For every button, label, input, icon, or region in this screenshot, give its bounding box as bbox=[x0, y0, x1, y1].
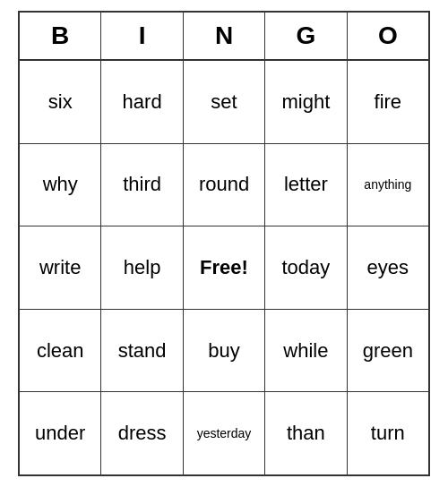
bingo-cell-4-1: dress bbox=[101, 392, 183, 474]
bingo-cell-2-1: help bbox=[101, 226, 183, 309]
bingo-cell-2-2: Free! bbox=[184, 226, 265, 309]
header-letter-O: O bbox=[348, 13, 428, 59]
bingo-header: BINGO bbox=[20, 13, 428, 61]
bingo-cell-3-3: while bbox=[265, 310, 347, 392]
bingo-cell-1-0: why bbox=[20, 144, 101, 226]
bingo-cell-2-3: today bbox=[265, 226, 347, 309]
bingo-cell-2-4: eyes bbox=[348, 226, 428, 309]
bingo-row-4: underdressyesterdaythanturn bbox=[20, 392, 428, 474]
bingo-row-3: cleanstandbuywhilegreen bbox=[20, 310, 428, 393]
bingo-cell-3-2: buy bbox=[184, 310, 265, 392]
bingo-body: sixhardsetmightfirewhythirdroundletteran… bbox=[20, 61, 428, 474]
bingo-cell-1-3: letter bbox=[265, 144, 347, 226]
bingo-cell-4-2: yesterday bbox=[184, 392, 265, 474]
bingo-cell-3-1: stand bbox=[101, 310, 183, 392]
bingo-cell-2-0: write bbox=[20, 226, 101, 309]
header-letter-G: G bbox=[265, 13, 347, 59]
bingo-cell-0-0: six bbox=[20, 61, 101, 143]
bingo-cell-1-2: round bbox=[184, 144, 265, 226]
bingo-cell-1-4: anything bbox=[348, 144, 428, 226]
bingo-cell-1-1: third bbox=[101, 144, 183, 226]
bingo-cell-0-4: fire bbox=[348, 61, 428, 143]
bingo-cell-4-4: turn bbox=[348, 392, 428, 474]
bingo-row-0: sixhardsetmightfire bbox=[20, 61, 428, 144]
bingo-cell-0-1: hard bbox=[101, 61, 183, 143]
bingo-card: BINGO sixhardsetmightfirewhythirdroundle… bbox=[18, 11, 430, 476]
bingo-cell-4-3: than bbox=[265, 392, 347, 474]
bingo-cell-0-2: set bbox=[184, 61, 265, 143]
bingo-row-1: whythirdroundletteranything bbox=[20, 144, 428, 227]
header-letter-N: N bbox=[184, 13, 265, 59]
header-letter-B: B bbox=[20, 13, 101, 59]
header-letter-I: I bbox=[101, 13, 183, 59]
bingo-row-2: writehelpFree!todayeyes bbox=[20, 226, 428, 310]
bingo-cell-0-3: might bbox=[265, 61, 347, 143]
bingo-cell-3-0: clean bbox=[20, 310, 101, 392]
bingo-cell-4-0: under bbox=[20, 392, 101, 474]
bingo-cell-3-4: green bbox=[348, 310, 428, 392]
